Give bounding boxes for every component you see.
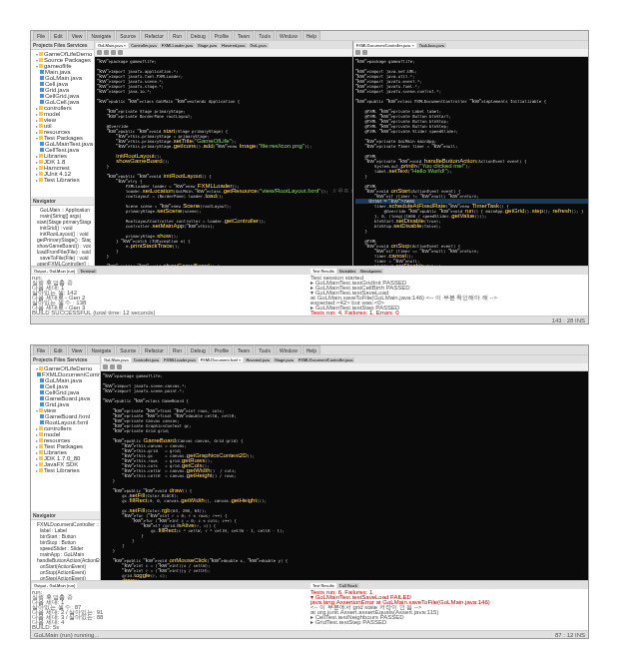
file-icon: [40, 414, 44, 418]
undo-icon[interactable]: [111, 50, 116, 55]
menu-view[interactable]: View: [68, 31, 87, 41]
menu-view[interactable]: View: [68, 345, 87, 355]
menu-source[interactable]: Source: [116, 31, 140, 41]
history-icon[interactable]: [103, 364, 108, 369]
editor-tab[interactable]: GoLMain.java: [102, 357, 131, 362]
code-editor-right[interactable]: "kw">package gameoflife; "kw">import jav…: [353, 57, 588, 266]
test-results-tabs[interactable]: Test ResultsCall Stack: [310, 581, 588, 589]
editor-tab[interactable]: FXMLLoader.java: [162, 357, 197, 362]
menu-file[interactable]: File: [33, 31, 49, 41]
folder-icon: [39, 118, 43, 122]
navigator-panel[interactable]: FXMLDocumentController :: Initializable …: [31, 520, 100, 580]
file-icon: [40, 82, 44, 86]
menu-run[interactable]: Run: [169, 31, 186, 41]
editor-tabs[interactable]: GoLMain.javaController.javaFXMLLoader.ja…: [101, 355, 588, 363]
folder-icon: [39, 112, 43, 116]
menu-profile[interactable]: Profile: [211, 345, 233, 355]
editor-toolbar[interactable]: [353, 49, 588, 57]
menu-team[interactable]: Team: [234, 31, 254, 41]
menu-edit[interactable]: Edit: [50, 345, 67, 355]
menu-debug[interactable]: Debug: [187, 345, 210, 355]
editor-tab[interactable]: Call Stack: [337, 583, 359, 588]
editor-tab[interactable]: Hovored.java: [244, 357, 272, 362]
editor-tab[interactable]: Controller.java: [129, 43, 159, 48]
menu-help[interactable]: Help: [303, 31, 320, 41]
editor-tab[interactable]: FXMLDocumentController.java: [297, 357, 354, 362]
output-line: ▸ GridTest.testStep PASSED: [310, 620, 587, 625]
code-editor-left[interactable]: "kw">package gameoflife; "kw">import jav…: [95, 57, 352, 266]
project-tree[interactable]: GameOfLifeDemoSource PackagesgameoflifeM…: [31, 50, 94, 197]
editor-toolbar[interactable]: [101, 363, 588, 371]
editor-tab[interactable]: GoLMain.java ×: [96, 43, 128, 48]
editor-tab[interactable]: Output - GoLMain (run): [32, 583, 77, 588]
history-icon[interactable]: [97, 50, 102, 55]
file-icon: [40, 148, 44, 152]
output-tabs[interactable]: Output - GoLMain (run): [31, 581, 310, 589]
menu-profile[interactable]: Profile: [211, 31, 233, 41]
editor-pane-left: GoLMain.java ×Controller.javaFXMLLoader.…: [95, 41, 352, 266]
output-console[interactable]: run:실행 후 멈춤 중다음 세대: 1살아있는 셀: 142다음 세대로 -…: [31, 275, 310, 316]
menu-team[interactable]: Team: [234, 345, 254, 355]
redo-icon[interactable]: [118, 50, 123, 55]
test-results-body[interactable]: Test session started ▸ GoLMainTest.testG…: [310, 275, 588, 316]
save-icon[interactable]: [110, 364, 115, 369]
menu-refactor[interactable]: Refactor: [141, 345, 168, 355]
editor-tab[interactable]: Variables: [337, 269, 357, 274]
projects-panel-header[interactable]: Projects Files Services: [31, 41, 94, 50]
folder-icon: [39, 178, 43, 182]
status-left: GoLMain (run) running...: [34, 632, 99, 638]
project-tree[interactable]: GameOfLifeDemoFXMLDocumentController.jav…: [31, 364, 100, 511]
editor-tabs-right[interactable]: FXMLDocumentController.java ×TaskJava.ja…: [353, 41, 588, 49]
menu-window[interactable]: Window: [276, 345, 302, 355]
editor-tabs-left[interactable]: GoLMain.java ×Controller.javaFXMLLoader.…: [95, 41, 352, 49]
editor-tab[interactable]: Test Results: [310, 583, 336, 588]
menu-navigate[interactable]: Navigate: [87, 31, 115, 41]
menu-source[interactable]: Source: [116, 345, 140, 355]
menu-help[interactable]: Help: [303, 345, 320, 355]
folder-icon: [39, 432, 43, 436]
tree-item[interactable]: Test Libraries: [32, 177, 93, 183]
editor-tab[interactable]: Stage.java: [273, 357, 296, 362]
editor-tab[interactable]: GoL.java: [249, 43, 269, 48]
save-icon[interactable]: [362, 50, 367, 55]
editor-tab[interactable]: TaskJava.java: [417, 43, 446, 48]
code-editor[interactable]: "kw">package gameoflife; "kw">import jav…: [101, 371, 588, 580]
tree-item[interactable]: Test Libraries: [32, 467, 99, 473]
editor-toolbar[interactable]: [95, 49, 352, 57]
menu-file[interactable]: File: [33, 345, 49, 355]
menu-window[interactable]: Window: [276, 31, 302, 41]
editor-tab[interactable]: Hovered.java: [220, 43, 248, 48]
navigator-header[interactable]: Navigator: [31, 511, 100, 520]
output-tabs[interactable]: Output - GoLMain (run)Terminal: [31, 267, 310, 275]
editor-tab[interactable]: Breakpoints: [358, 269, 383, 274]
projects-panel-header[interactable]: Projects Files Services: [31, 355, 100, 364]
history-icon[interactable]: [355, 50, 360, 55]
test-results-body[interactable]: Tests run: 6, Failures: 1 ▾ GoLMainTest.…: [310, 589, 588, 630]
navigator-header[interactable]: Navigator: [31, 197, 94, 206]
menu-edit[interactable]: Edit: [50, 31, 67, 41]
editor-tab[interactable]: FXMLDocument.fxml ×: [199, 357, 244, 362]
editor-tab[interactable]: Test Results: [310, 269, 336, 274]
editor-tab[interactable]: FXMLDocumentController.java ×: [354, 43, 416, 48]
menubar: FileEditViewNavigateSourceRefactorRunDeb…: [31, 31, 588, 41]
save-icon[interactable]: [104, 50, 109, 55]
folder-icon: [39, 366, 43, 370]
menu-tools[interactable]: Tools: [255, 31, 275, 41]
menu-refactor[interactable]: Refactor: [141, 31, 168, 41]
test-results-tabs[interactable]: Test ResultsVariablesBreakpoints: [310, 267, 588, 275]
menu-tools[interactable]: Tools: [255, 345, 275, 355]
output-console[interactable]: run:실행 후 멈춤 중다음 세대: 1살아있는 셀 수: 87다음 세대: …: [31, 589, 310, 630]
editor-tab[interactable]: Controller.java: [132, 357, 162, 362]
editor-tab[interactable]: FXMLLoader.java: [160, 43, 195, 48]
undo-icon[interactable]: [117, 364, 122, 369]
editor-tab[interactable]: Terminal: [78, 269, 97, 274]
menu-run[interactable]: Run: [169, 345, 186, 355]
folder-icon: [39, 438, 43, 442]
editor-tab[interactable]: Stage.java: [196, 43, 219, 48]
editor-tab[interactable]: Output - GoLMain (run): [32, 269, 77, 274]
file-icon: [40, 420, 44, 424]
menu-debug[interactable]: Debug: [187, 31, 210, 41]
menu-navigate[interactable]: Navigate: [87, 345, 115, 355]
navigator-panel[interactable]: GoLMain :: Application main(String[] arg…: [31, 206, 91, 266]
file-icon: [40, 396, 44, 400]
